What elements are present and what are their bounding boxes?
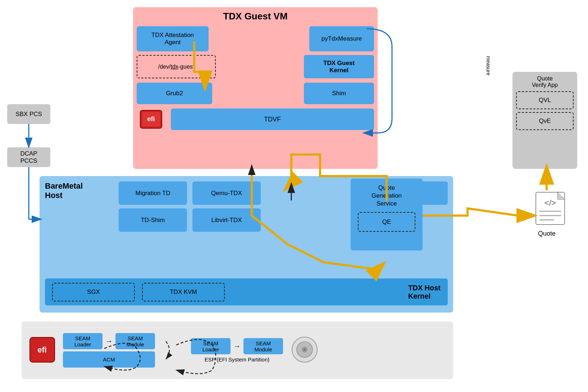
guest-row2: /dev/tdx-guest TDX GuestKernel [137, 55, 374, 78]
svg-point-15 [304, 349, 306, 351]
efi-bios-icon: efi [29, 336, 56, 365]
measure-label: measure [486, 56, 491, 75]
shim-box: Shim [304, 83, 374, 104]
qe-box: QE [358, 212, 415, 232]
quote-verify-app-box: QuoteVerify App QVL QvE [512, 72, 577, 169]
grub2-box: Grub2 [137, 83, 212, 104]
dev-tdx-guest-box: /dev/tdx-guest [137, 55, 216, 78]
seam-loader1-box: SEAMLoader [63, 333, 102, 349]
pytdx-box: pyTdxMeasure [309, 26, 374, 51]
qvl-box: QVL [516, 91, 574, 109]
seam-group2: SEAMLoader → SEAMModule ESP (EFI System … [191, 338, 283, 363]
tdx-guest-vm-box: TDX Guest VM TDX AttestationAgent pyTdxM… [133, 7, 378, 169]
esp-label: ESP (EFI System Partition) [191, 356, 283, 363]
tdx-kvm-box: TDX KVM [142, 283, 225, 301]
guest-row3: Grub2 Shim [137, 83, 374, 104]
svg-text:efi: efi [147, 115, 155, 123]
seam-loader2-box: SEAMLoader [191, 338, 231, 354]
libvirt-tdx-box: Libvirt-TDX [192, 208, 261, 232]
arrow1: → [105, 337, 113, 345]
acm-box: ACM [63, 351, 155, 368]
migration-td-box: Migration TD [119, 181, 187, 205]
dashed-curve-svg [162, 338, 184, 363]
seam-group1: SEAMLoader → SEAMModule ACM [63, 333, 155, 368]
diagram-container: TDX Guest VM TDX AttestationAgent pyTdxM… [0, 0, 588, 392]
dcap-pccs-box: DCAPPCCS [7, 147, 50, 167]
seam-module2-box: SEAMModule [243, 338, 283, 354]
qemu-tdx-box: Qemu-TDX [192, 181, 261, 205]
hdd-icon [290, 335, 319, 365]
tdx-host-kernel-label: TDX HostKernel [408, 284, 441, 300]
td-shim-box: TD-Shim [119, 208, 187, 232]
arrow2: → [233, 342, 241, 350]
tdx-guest-vm-title: TDX Guest VM [137, 11, 374, 22]
qgs-box: QuoteGenerationService QE [351, 179, 423, 250]
sgx-box: SGX [52, 283, 135, 301]
svg-text:</>: </> [544, 198, 556, 207]
guest-row1: TDX AttestationAgent pyTdxMeasure [137, 26, 374, 51]
qva-title: QuoteVerify App [516, 75, 574, 88]
sbx-pcs-box: SBX PCS [7, 104, 50, 124]
seam-module1-box: SEAMModule [115, 333, 155, 349]
tdvf-box: TDVF [171, 109, 374, 130]
baremetal-title: BareMetalHost [45, 181, 113, 200]
svg-text:efi: efi [37, 345, 47, 354]
qgs-title: QuoteGenerationService [372, 184, 402, 208]
attestation-agent-box: TDX AttestationAgent [137, 26, 209, 51]
quote-label: Quote [538, 230, 556, 237]
guest-row4: efi TDVF [137, 109, 374, 130]
quote-doc-icon: </> [532, 190, 568, 226]
efi-icon: efi [137, 109, 165, 130]
qve-box: QvE [516, 112, 574, 130]
tdx-guest-kernel-box: TDX GuestKernel [304, 55, 374, 78]
bios-area: efi SEAMLoader → SEAMModule ACM SEAM [22, 322, 453, 379]
